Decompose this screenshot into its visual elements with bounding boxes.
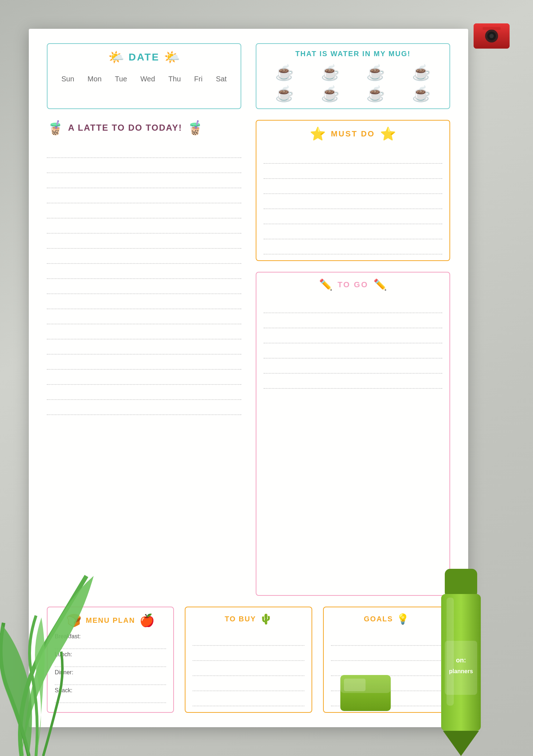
must-do-line-4[interactable] (264, 194, 442, 209)
latte-line-12[interactable] (47, 309, 241, 324)
latte-line-17[interactable] (47, 385, 241, 400)
day-thu: Thu (169, 75, 181, 83)
cactus-icon: 🌵 (260, 613, 272, 625)
bulb-icon: 💡 (397, 613, 409, 625)
must-do-section: ⭐ MUST DO ⭐ (256, 120, 450, 261)
svg-marker-8 (443, 731, 479, 756)
cloud-right-icon: 🌤️ (164, 50, 180, 65)
latte-line-13[interactable] (47, 324, 241, 339)
goals-line-1[interactable] (331, 631, 442, 646)
svg-text:on:: on: (456, 657, 466, 664)
to-go-line-4[interactable] (264, 343, 442, 359)
latte-line-7[interactable] (47, 234, 241, 249)
to-go-lines (264, 298, 442, 389)
latte-line-11[interactable] (47, 294, 241, 309)
to-go-line-2[interactable] (264, 313, 442, 328)
latte-line-8[interactable] (47, 249, 241, 264)
cup-7-icon[interactable]: ☕ (366, 85, 385, 103)
date-section: 🌤️ DATE 🌤️ Sun Mon Tue Wed Thu Fri Sat (47, 43, 241, 109)
must-do-line-7[interactable] (264, 239, 442, 255)
star-left-icon: ⭐ (310, 126, 326, 141)
must-do-line-3[interactable] (264, 179, 442, 194)
water-header: THAT IS WATER IN MY MUG! (264, 50, 442, 58)
latte-line-6[interactable] (47, 219, 241, 234)
apple-icon: 🍎 (139, 613, 154, 627)
latte-line-1[interactable] (47, 143, 241, 158)
cloud-left-icon: 🌤️ (108, 50, 124, 65)
cup-4-icon[interactable]: ☕ (412, 64, 431, 81)
must-do-line-2[interactable] (264, 164, 442, 179)
date-title: DATE (129, 51, 160, 63)
cup-2-icon[interactable]: ☕ (321, 64, 340, 81)
svg-rect-6 (445, 569, 477, 598)
to-go-line-5[interactable] (264, 359, 442, 374)
sharpener-decoration (472, 22, 511, 50)
date-header: 🌤️ DATE 🌤️ (55, 50, 233, 65)
plant-decoration (0, 522, 108, 756)
to-buy-line-5[interactable] (193, 691, 304, 706)
must-do-line-6[interactable] (264, 224, 442, 239)
water-title: THAT IS WATER IN MY MUG! (295, 50, 411, 58)
cups-grid: ☕ ☕ ☕ ☕ ☕ ☕ ☕ ☕ (264, 64, 442, 103)
latte-line-9[interactable] (47, 264, 241, 279)
to-buy-lines (193, 631, 304, 706)
to-go-section: ✏️ TO GO ✏️ (256, 272, 450, 596)
latte-line-14[interactable] (47, 339, 241, 355)
latte-line-10[interactable] (47, 279, 241, 294)
cup-3-icon[interactable]: ☕ (366, 64, 385, 81)
goals-header: GOALS 💡 (331, 613, 442, 625)
must-do-header: ⭐ MUST DO ⭐ (264, 126, 442, 141)
days-row: Sun Mon Tue Wed Thu Fri Sat (55, 72, 233, 86)
svg-rect-5 (483, 27, 501, 30)
to-go-line-6[interactable] (264, 374, 442, 389)
must-do-line-5[interactable] (264, 209, 442, 224)
day-tue: Tue (115, 75, 127, 83)
marker-decoration: on: planners (436, 569, 486, 756)
to-buy-header: TO BUY 🌵 (193, 613, 304, 625)
cup-5-icon[interactable]: ☕ (275, 85, 294, 103)
day-sat: Sat (216, 75, 227, 83)
goals-title: GOALS (364, 615, 393, 623)
latte-line-2[interactable] (47, 158, 241, 173)
pencil-right-icon: ✏️ (373, 278, 387, 291)
latte-line-16[interactable] (47, 370, 241, 385)
latte-line-3[interactable] (47, 173, 241, 188)
to-buy-line-4[interactable] (193, 676, 304, 691)
day-mon: Mon (88, 75, 102, 83)
day-fri: Fri (194, 75, 202, 83)
to-go-line-3[interactable] (264, 328, 442, 343)
pencil-left-icon: ✏️ (319, 278, 332, 291)
latte-line-18[interactable] (47, 400, 241, 415)
stamp-decoration (339, 673, 393, 713)
to-go-line-1[interactable] (264, 298, 442, 313)
to-buy-line-1[interactable] (193, 631, 304, 646)
day-sun: Sun (62, 75, 75, 83)
to-buy-line-3[interactable] (193, 661, 304, 676)
must-do-title: MUST DO (331, 129, 375, 139)
must-do-line-1[interactable] (264, 149, 442, 164)
latte-title: A LATTE TO DO TODAY! (68, 123, 182, 133)
latte-left-icon: 🧋 (47, 120, 64, 136)
to-buy-line-2[interactable] (193, 646, 304, 661)
day-wed: Wed (140, 75, 155, 83)
to-buy-section: TO BUY 🌵 (185, 607, 312, 713)
to-buy-title: TO BUY (225, 615, 256, 623)
goals-line-2[interactable] (331, 646, 442, 661)
latte-line-5[interactable] (47, 203, 241, 219)
must-do-lines (264, 149, 442, 255)
latte-line-4[interactable] (47, 188, 241, 203)
cup-6-icon[interactable]: ☕ (321, 85, 340, 103)
star-right-icon: ⭐ (380, 126, 396, 141)
water-section: THAT IS WATER IN MY MUG! ☕ ☕ ☕ ☕ ☕ ☕ ☕ ☕ (256, 43, 450, 109)
to-go-header: ✏️ TO GO ✏️ (264, 278, 442, 291)
svg-rect-12 (447, 598, 454, 706)
latte-line-15[interactable] (47, 355, 241, 370)
cup-8-icon[interactable]: ☕ (412, 85, 431, 103)
latte-right-icon: 🧋 (187, 120, 203, 136)
to-go-title: TO GO (337, 280, 368, 289)
svg-point-4 (489, 34, 494, 38)
latte-header: 🧋 A LATTE TO DO TODAY! 🧋 (47, 120, 241, 136)
cup-1-icon[interactable]: ☕ (275, 64, 294, 81)
svg-rect-15 (344, 679, 366, 691)
